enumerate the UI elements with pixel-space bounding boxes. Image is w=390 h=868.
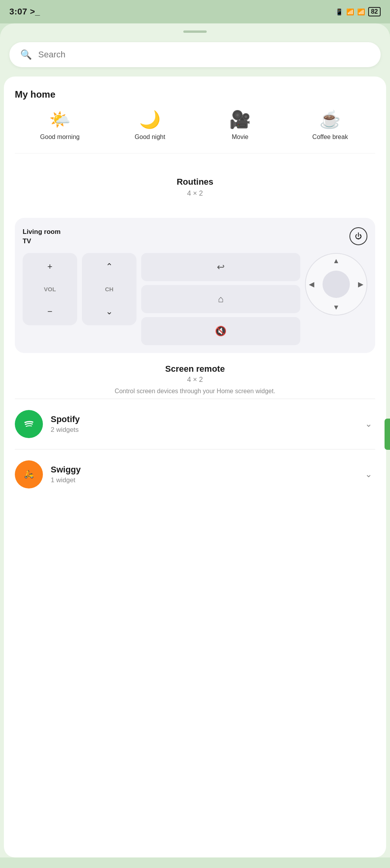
- swiggy-icon: 🛵: [15, 460, 43, 488]
- routines-widget-name: Routines: [15, 177, 375, 187]
- screen-remote-info: Screen remote 4 × 2 Control screen devic…: [15, 353, 375, 399]
- vol-column: + VOL −: [23, 253, 77, 325]
- ch-label: CH: [105, 280, 113, 298]
- routine-good-night[interactable]: 🌙 Good night: [105, 111, 195, 141]
- status-time: 3:07 >_: [9, 7, 40, 17]
- vol-label: VOL: [44, 280, 56, 298]
- routines-widget-info: Routines 4 × 2: [15, 153, 375, 210]
- vol-up-button[interactable]: +: [23, 253, 77, 280]
- screen-remote-name: Screen remote: [15, 364, 375, 374]
- dpad-center-button[interactable]: [323, 271, 350, 298]
- drag-handle[interactable]: [183, 30, 207, 33]
- wifi-icon: 📶: [346, 8, 354, 16]
- movie-label: Movie: [232, 134, 248, 141]
- vibrate-icon: 📳: [335, 8, 343, 16]
- my-home-title: My home: [15, 89, 375, 100]
- dpad-down-button[interactable]: ▼: [333, 303, 340, 312]
- dpad-right-button[interactable]: ▶: [358, 280, 363, 289]
- good-night-icon: 🌙: [139, 111, 161, 128]
- ch-up-button[interactable]: ⌃: [82, 253, 136, 280]
- vol-down-button[interactable]: −: [23, 298, 77, 325]
- good-night-label: Good night: [135, 134, 165, 141]
- status-bar: 3:07 >_ 📳 📶 📶 82: [0, 0, 390, 23]
- swiggy-section[interactable]: 🛵 Swiggy 1 widget ⌄: [15, 449, 375, 499]
- routines-grid: 🌤️ Good morning 🌙 Good night 🎥 Movie ☕ C…: [15, 111, 375, 141]
- swiggy-name: Swiggy: [51, 465, 354, 475]
- battery-indicator: 82: [368, 7, 381, 16]
- coffee-break-icon: ☕: [319, 111, 341, 128]
- routine-coffee-break[interactable]: ☕ Coffee break: [285, 111, 375, 141]
- routines-widget-dims: 4 × 2: [15, 189, 375, 198]
- dpad-left-button[interactable]: ◀: [309, 280, 314, 289]
- screen-remote-description: Control screen devices through your Home…: [15, 387, 375, 396]
- back-button[interactable]: ↩: [141, 253, 300, 281]
- mute-button[interactable]: 🔇: [141, 317, 300, 345]
- swiggy-logo: 🛵: [21, 467, 37, 482]
- main-container: 🔍 My home 🌤️ Good morning 🌙 Good night 🎥…: [0, 23, 390, 857]
- tv-remote-card: Living room TV ⏻ + VOL − ⌃ CH ⌄: [15, 218, 375, 353]
- tv-remote-header: Living room TV ⏻: [23, 227, 367, 246]
- coffee-break-label: Coffee break: [312, 134, 348, 141]
- spotify-icon: [15, 410, 43, 438]
- power-button[interactable]: ⏻: [349, 227, 367, 245]
- movie-icon: 🎥: [229, 111, 251, 128]
- center-controls: ↩ ⌂ 🔇: [141, 253, 300, 345]
- good-morning-icon: 🌤️: [49, 111, 71, 128]
- tv-label: Living room TV: [23, 227, 60, 246]
- search-bar[interactable]: 🔍: [9, 42, 381, 67]
- routine-movie[interactable]: 🎥 Movie: [195, 111, 285, 141]
- swiggy-info: Swiggy 1 widget: [51, 465, 354, 484]
- spotify-section[interactable]: Spotify 2 widgets ⌄: [15, 399, 375, 449]
- spotify-info: Spotify 2 widgets: [51, 414, 354, 434]
- svg-text:🛵: 🛵: [24, 469, 34, 479]
- home-button[interactable]: ⌂: [141, 285, 300, 313]
- search-input[interactable]: [38, 50, 370, 60]
- spotify-widgets: 2 widgets: [51, 426, 354, 434]
- content-area: My home 🌤️ Good morning 🌙 Good night 🎥 M…: [4, 77, 386, 857]
- search-icon: 🔍: [20, 49, 32, 60]
- dpad-container: ▲ ▼ ◀ ▶: [305, 253, 367, 315]
- ch-column: ⌃ CH ⌄: [82, 253, 136, 325]
- dpad-up-button[interactable]: ▲: [333, 257, 340, 265]
- screen-remote-dims: 4 × 2: [15, 376, 375, 384]
- sidebar-scroll-indicator: [385, 419, 390, 450]
- swiggy-expand-button[interactable]: ⌄: [362, 466, 375, 483]
- status-icons: 📳 📶 📶 82: [335, 7, 381, 16]
- dpad-circle: ▲ ▼ ◀ ▶: [305, 253, 367, 315]
- spotify-logo: [21, 416, 37, 432]
- spotify-expand-button[interactable]: ⌄: [362, 416, 375, 432]
- spotify-name: Spotify: [51, 414, 354, 424]
- routine-good-morning[interactable]: 🌤️ Good morning: [15, 111, 105, 141]
- signal-icon: 📶: [357, 8, 365, 16]
- good-morning-label: Good morning: [40, 134, 80, 141]
- swiggy-widgets: 1 widget: [51, 476, 354, 484]
- remote-controls: + VOL − ⌃ CH ⌄ ↩ ⌂ 🔇: [23, 253, 367, 345]
- ch-down-button[interactable]: ⌄: [82, 298, 136, 325]
- my-home-section: My home 🌤️ Good morning 🌙 Good night 🎥 M…: [15, 89, 375, 141]
